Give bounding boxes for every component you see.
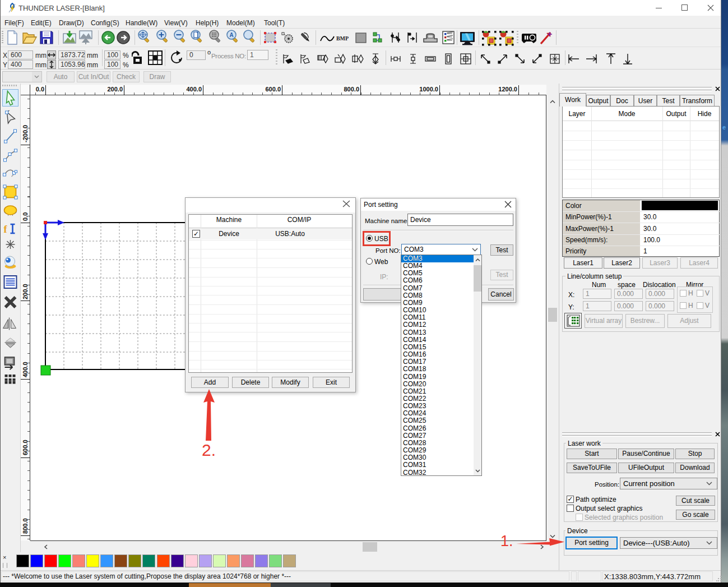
svg-text:f: f (4, 224, 8, 235)
svg-text:BMP: BMP (336, 35, 349, 41)
svg-text:A: A (229, 32, 233, 38)
